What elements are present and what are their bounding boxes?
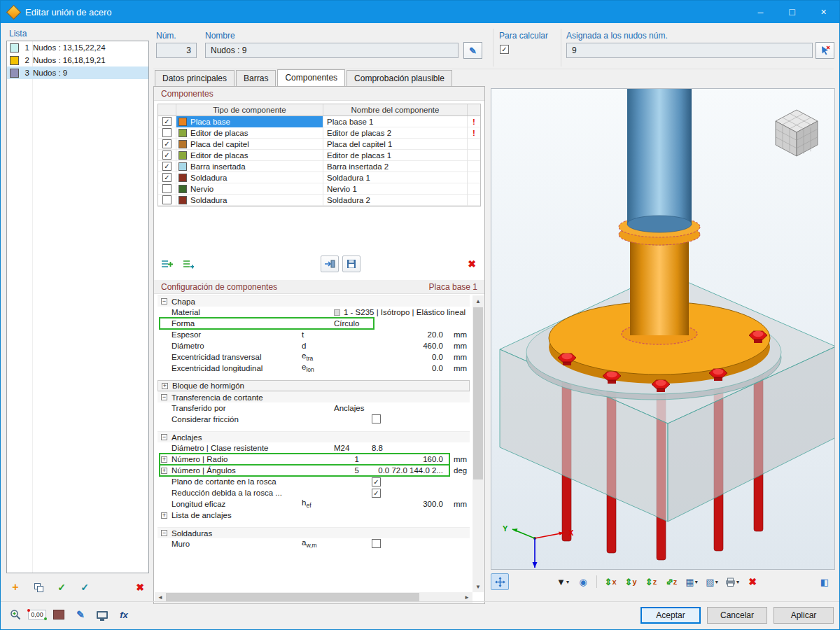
component-type-cell[interactable]: Nervio bbox=[176, 183, 323, 195]
component-row[interactable]: Editor de placasEditor de placas 2! bbox=[158, 127, 480, 139]
config-vertical-scrollbar[interactable]: ▲ ▼ bbox=[472, 295, 484, 592]
config-row[interactable]: Excentricidad transversaletra0.0mm bbox=[158, 351, 470, 363]
config-checkbox[interactable] bbox=[372, 539, 381, 548]
delete-joint-button[interactable]: ✖ bbox=[131, 578, 149, 596]
apply-button[interactable]: Aplicar bbox=[774, 607, 834, 624]
config-mid-value[interactable]: 1 bbox=[326, 455, 366, 463]
config-row[interactable]: Considerar fricción bbox=[158, 414, 470, 425]
component-name-cell[interactable]: Nervio 1 bbox=[323, 183, 468, 195]
config-row[interactable]: Material1 - S235 | Isótropo | Elástico l… bbox=[158, 307, 470, 318]
minimize-button[interactable]: – bbox=[745, 1, 776, 23]
config-group-row[interactable]: −Soldaduras bbox=[158, 527, 470, 538]
list-item[interactable]: 1Nudos : 13,15,22,24 bbox=[7, 41, 148, 54]
config-row[interactable]: FormaCírculo bbox=[158, 318, 470, 329]
titlebar[interactable]: Editar unión de acero – □ × bbox=[1, 1, 839, 23]
config-group-row[interactable]: +Bloque de hormigón bbox=[158, 380, 470, 391]
collapse-icon[interactable]: − bbox=[161, 530, 167, 536]
config-value[interactable]: 1 - S235 | Isótropo | Elástico lineal bbox=[326, 308, 470, 316]
component-type-cell[interactable]: Editor de placas bbox=[176, 150, 323, 161]
visual-style-button[interactable]: ◉ bbox=[574, 573, 592, 590]
component-type-cell[interactable]: Soldadura bbox=[176, 172, 323, 183]
component-name-cell[interactable]: Placa del capitel 1 bbox=[323, 139, 468, 150]
check-button[interactable]: ✓ bbox=[52, 578, 71, 596]
view-iso-button[interactable]: ⇕z bbox=[662, 573, 680, 590]
tab-comprobaci-n-plausible[interactable]: Comprobación plausible bbox=[346, 70, 452, 86]
clipping-box-button[interactable]: ▧▾ bbox=[703, 573, 721, 590]
edit-name-button[interactable]: ✎ bbox=[463, 42, 482, 59]
config-group-row[interactable]: −Chapa bbox=[158, 295, 470, 307]
config-value[interactable]: 0.0 bbox=[366, 353, 444, 361]
config-mid-value[interactable]: Círculo bbox=[326, 319, 366, 328]
config-checkbox[interactable] bbox=[372, 414, 381, 424]
insert-subcomponent-button[interactable] bbox=[179, 255, 197, 272]
view-x-button[interactable]: ⇕x bbox=[601, 573, 620, 590]
close-button[interactable]: × bbox=[808, 1, 839, 23]
component-row[interactable]: NervioNervio 1 bbox=[158, 183, 480, 195]
config-mid-value[interactable]: M24 bbox=[326, 444, 366, 452]
control-panel-button[interactable]: ◧ bbox=[816, 573, 834, 590]
config-row[interactable]: Excentricidad longitudinalelon0.0mm bbox=[158, 363, 470, 374]
check-all-button[interactable]: ✓ bbox=[76, 578, 94, 596]
config-value[interactable] bbox=[366, 489, 444, 498]
view-z-button[interactable]: ⇕z bbox=[642, 573, 660, 590]
collapse-icon[interactable]: − bbox=[161, 394, 167, 400]
component-type-cell[interactable]: Editor de placas bbox=[176, 127, 323, 139]
config-row[interactable]: +Número | Radio1160.0mm bbox=[158, 454, 470, 465]
config-row[interactable]: Espesort20.0mm bbox=[158, 329, 470, 340]
expand-icon[interactable]: + bbox=[161, 468, 167, 474]
insert-node-button[interactable]: ▼▾ bbox=[554, 573, 572, 590]
config-row[interactable]: Transferido porAnclajes bbox=[158, 402, 470, 414]
config-row[interactable]: Longitud eficazhef300.0mm bbox=[158, 498, 470, 510]
component-row[interactable]: Placa basePlaca base 1! bbox=[158, 116, 480, 127]
component-name-cell[interactable]: Editor de placas 1 bbox=[323, 150, 468, 161]
component-name-cell[interactable]: Soldadura 1 bbox=[323, 172, 468, 183]
config-value[interactable]: 20.0 bbox=[366, 330, 444, 339]
maximize-button[interactable]: □ bbox=[776, 1, 808, 23]
new-joint-button[interactable]: + bbox=[6, 578, 24, 596]
view-y-button[interactable]: ⇕y bbox=[622, 573, 640, 590]
navigation-cube[interactable] bbox=[776, 110, 818, 156]
config-row[interactable]: Muroaw,m bbox=[158, 538, 470, 550]
node-list[interactable]: 1Nudos : 13,15,22,242Nudos : 16,18,19,21… bbox=[6, 41, 149, 573]
color-settings-button[interactable] bbox=[50, 606, 68, 624]
tab-barras[interactable]: Barras bbox=[236, 70, 276, 86]
formula-button[interactable]: fx bbox=[115, 606, 133, 624]
config-row[interactable]: +Número | Ángulos50.0 72.0 144.0 2...deg bbox=[158, 465, 470, 476]
list-item[interactable]: 3Nudos : 9 bbox=[7, 66, 148, 79]
component-type-cell[interactable]: Placa del capitel bbox=[176, 139, 323, 150]
config-mid-value[interactable]: Anclajes bbox=[326, 404, 366, 412]
3d-viewport[interactable]: X Y Z bbox=[491, 88, 835, 570]
display-settings-button[interactable] bbox=[93, 606, 111, 624]
expand-icon[interactable]: + bbox=[161, 512, 167, 519]
component-type-cell[interactable]: Soldadura bbox=[176, 195, 323, 206]
config-row[interactable]: Diámetrod460.0mm bbox=[158, 340, 470, 351]
config-value[interactable]: 300.0 bbox=[366, 500, 444, 508]
zoom-button[interactable] bbox=[6, 606, 24, 624]
component-checkbox[interactable] bbox=[162, 150, 172, 160]
cancel-button[interactable]: Cancelar bbox=[707, 607, 767, 624]
tab-componentes[interactable]: Componentes bbox=[277, 69, 345, 86]
component-name-cell[interactable]: Soldadura 2 bbox=[323, 195, 468, 206]
config-value[interactable] bbox=[366, 477, 444, 486]
config-checkbox[interactable] bbox=[372, 489, 381, 498]
pick-nodes-button[interactable] bbox=[816, 42, 834, 59]
clear-view-button[interactable]: ✖ bbox=[743, 573, 762, 590]
component-type-cell[interactable]: Barra insertada bbox=[176, 161, 323, 172]
component-name-cell[interactable]: Barra insertada 2 bbox=[323, 161, 468, 172]
calc-checkbox[interactable] bbox=[500, 45, 509, 54]
import-component-button[interactable] bbox=[321, 255, 339, 272]
delete-component-button[interactable]: ✖ bbox=[463, 255, 481, 272]
config-value[interactable]: 0.0 72.0 144.0 2... bbox=[366, 466, 444, 475]
component-row[interactable]: Editor de placasEditor de placas 1 bbox=[158, 150, 480, 161]
config-checkbox[interactable] bbox=[372, 477, 381, 486]
edit-objects-button[interactable]: ✎ bbox=[71, 606, 90, 624]
component-checkbox[interactable] bbox=[162, 162, 172, 171]
component-checkbox[interactable] bbox=[162, 184, 172, 193]
component-row[interactable]: SoldaduraSoldadura 2 bbox=[158, 195, 480, 206]
scrollbar-thumb[interactable] bbox=[473, 307, 483, 479]
config-group-row[interactable]: −Anclajes bbox=[158, 431, 470, 442]
component-name-cell[interactable]: Placa base 1 bbox=[323, 116, 468, 127]
component-row[interactable]: SoldaduraSoldadura 1 bbox=[158, 172, 480, 183]
scroll-up-icon[interactable]: ▲ bbox=[472, 295, 484, 307]
blue-column[interactable] bbox=[627, 89, 692, 232]
